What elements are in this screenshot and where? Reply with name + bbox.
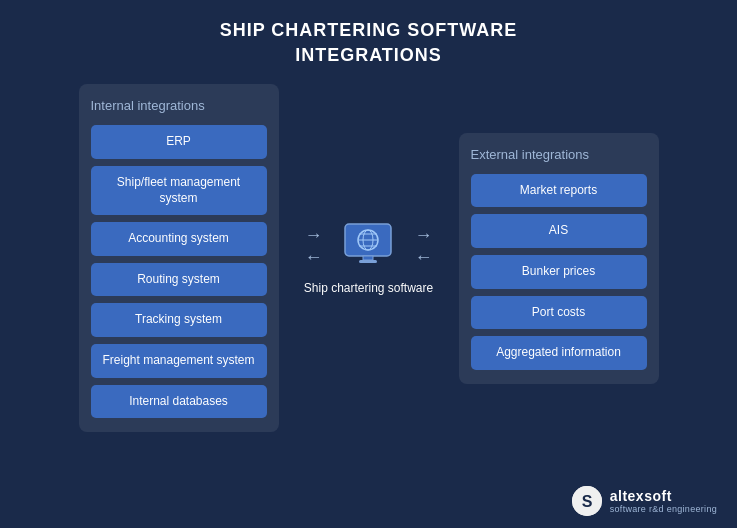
btn-accounting[interactable]: Accounting system [91, 222, 267, 256]
btn-freight[interactable]: Freight management system [91, 344, 267, 378]
btn-aggregated[interactable]: Aggregated information [471, 336, 647, 370]
external-panel: External integrations Market reports AIS… [459, 133, 659, 384]
logo-area: S altexsoft software r&d engineering [572, 486, 717, 516]
logo-text: altexsoft software r&d engineering [610, 488, 717, 514]
arrow-left-1: ← [304, 248, 322, 266]
page-title: SHIP CHARTERING SOFTWARE INTEGRATIONS [0, 0, 737, 68]
internal-panel-title: Internal integrations [91, 98, 267, 113]
btn-routing[interactable]: Routing system [91, 263, 267, 297]
btn-tracking[interactable]: Tracking system [91, 303, 267, 337]
btn-erp[interactable]: ERP [91, 125, 267, 159]
svg-rect-7 [359, 260, 377, 263]
svg-rect-6 [363, 256, 373, 260]
arrows-left: → ← [304, 226, 322, 266]
arrows-right: → ← [414, 226, 432, 266]
btn-internal-db[interactable]: Internal databases [91, 385, 267, 419]
arrow-right-1: → [304, 226, 322, 244]
btn-ais[interactable]: AIS [471, 214, 647, 248]
main-content: Internal integrations ERP Ship/fleet man… [0, 84, 737, 432]
btn-ship-fleet[interactable]: Ship/fleet management system [91, 166, 267, 215]
btn-bunker-prices[interactable]: Bunker prices [471, 255, 647, 289]
external-panel-title: External integrations [471, 147, 647, 162]
middle-block: → ← [304, 219, 433, 297]
svg-text:S: S [581, 493, 592, 510]
center-section: → ← [279, 219, 459, 297]
arrows-left-connector: → ← [304, 219, 432, 273]
btn-market-reports[interactable]: Market reports [471, 174, 647, 208]
arrow-left-2: ← [414, 248, 432, 266]
internal-panel: Internal integrations ERP Ship/fleet man… [79, 84, 279, 432]
arrow-right-2: → [414, 226, 432, 244]
btn-port-costs[interactable]: Port costs [471, 296, 647, 330]
software-label: Ship chartering software [304, 281, 433, 297]
logo-icon: S [572, 486, 602, 516]
software-icon [338, 219, 398, 269]
